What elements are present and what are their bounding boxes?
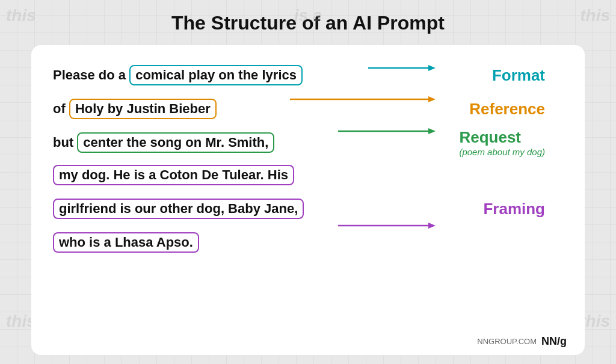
prompt-row-4: my dog. He is a Coton De Tulear. His (53, 159, 563, 191)
line2-before: of (53, 101, 69, 117)
label-format: Format (492, 66, 545, 85)
line1-before: Please do a (53, 67, 129, 83)
footer: NNGROUP.COM NN/g (477, 335, 567, 348)
highlight-framing-3: who is a Lhasa Apso. (53, 232, 199, 253)
line3-before: but (53, 135, 77, 150)
prompt-row-2: of Holy by Justin Bieber Reference (53, 93, 563, 125)
highlight-framing-2: girlfriend is our other dog, Baby Jane, (53, 199, 304, 219)
prompt-row-3: but center the song on Mr. Smith, Reques… (53, 127, 563, 158)
label-request: Request (459, 128, 545, 147)
label-request-sub: (poem about my dog) (459, 147, 545, 157)
label-reference: Reference (469, 100, 545, 119)
content-card: Please do a comical play on the lyrics F… (31, 45, 585, 355)
prompt-row-5: girlfriend is our other dog, Baby Jane, … (53, 193, 563, 224)
label-framing: Framing (483, 200, 545, 218)
highlight-request: center the song on Mr. Smith, (77, 132, 274, 153)
highlight-reference: Holy by Justin Bieber (69, 99, 217, 119)
footer-logo: NN/g (541, 335, 567, 348)
prompt-lines: Please do a comical play on the lyrics F… (53, 60, 563, 258)
prompt-row-1: Please do a comical play on the lyrics F… (53, 60, 563, 91)
highlight-format: comical play on the lyrics (129, 65, 303, 85)
prompt-row-6: who is a Lhasa Apso. (53, 227, 563, 258)
footer-site: NNGROUP.COM (477, 337, 537, 346)
highlight-framing-1: my dog. He is a Coton De Tulear. His (53, 165, 294, 185)
page-title: The Structure of an AI Prompt (18, 12, 598, 34)
